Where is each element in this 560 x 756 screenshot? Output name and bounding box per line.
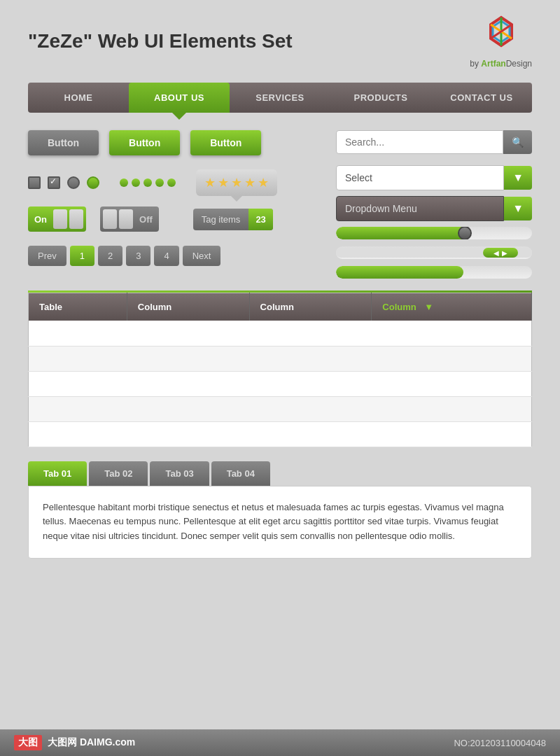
table-header-row: Table Column Column Column ▼	[29, 293, 532, 321]
tag-label: Tag items	[193, 209, 249, 230]
left-controls: Button Button Button	[28, 130, 322, 280]
controls-area: Button Button Button	[28, 130, 532, 280]
nav-item-about[interactable]: ABOUT US	[129, 83, 230, 113]
radio-checked[interactable]	[87, 176, 99, 189]
data-table: Table Column Column Column ▼	[28, 293, 532, 447]
star-4: ★	[244, 175, 255, 190]
col-3-label: Column	[382, 302, 416, 312]
nav-item-products[interactable]: PRODUCTS	[330, 83, 431, 113]
dot-5	[167, 178, 176, 187]
table-row	[29, 321, 532, 346]
sliders-column: ◀ ▶	[336, 227, 532, 280]
toggle-on-switch	[53, 209, 83, 229]
footer-bar: 大图 大图网 DAIMG.com NO:201203110004048	[0, 729, 560, 756]
select-dropdown-btn[interactable]: ▼	[504, 166, 532, 190]
buttons-row: Button Button Button	[28, 130, 322, 155]
logo-icon	[480, 14, 522, 56]
tab-04[interactable]: Tab 04	[211, 461, 270, 486]
page-1-button[interactable]: 1	[70, 246, 94, 266]
dot-4	[155, 178, 164, 187]
dropdown-display: Dropdown Menu	[336, 196, 504, 221]
button-2[interactable]: Button	[109, 130, 180, 155]
toggle-off[interactable]: Off	[100, 206, 159, 232]
progress-fill	[336, 266, 463, 279]
scrollbar[interactable]: ◀ ▶	[336, 246, 532, 259]
progress-bar	[336, 266, 532, 279]
middle-row: On Off Tag items 23	[28, 206, 322, 232]
toggle-off-switch	[103, 209, 133, 229]
pagination: Prev 1 2 3 4 Next	[28, 246, 322, 266]
tab-content-text: Pellentesque habitant morbi tristique se…	[43, 500, 517, 544]
star-rating[interactable]: ★ ★ ★ ★ ★	[196, 169, 277, 196]
toggle-pill-3	[103, 209, 117, 229]
star-3: ★	[231, 175, 242, 190]
tag-count: 23	[248, 209, 272, 230]
search-input[interactable]	[336, 130, 503, 154]
slider-1-thumb[interactable]	[458, 227, 472, 239]
col-table: Table	[29, 293, 127, 321]
star-1: ★	[204, 175, 216, 190]
footer-left: 大图 大图网 DAIMG.com	[14, 735, 135, 750]
right-column: 🔍 Select ▼ Dropdown Menu ▼	[336, 130, 532, 280]
toggle-pill-2	[69, 209, 83, 229]
footer-code: NO:201203110004048	[454, 738, 546, 748]
page-3-button[interactable]: 3	[126, 246, 150, 266]
select-row: Select ▼	[336, 165, 532, 190]
table-row	[29, 371, 532, 396]
slider-1[interactable]	[336, 227, 532, 239]
search-button[interactable]: 🔍	[503, 130, 532, 154]
dot-3	[144, 178, 152, 187]
button-1[interactable]: Button	[28, 130, 99, 155]
tab-02[interactable]: Tab 02	[89, 461, 148, 486]
footer-site: 大图网 DAIMG.com	[48, 736, 135, 749]
toggle-pill-4	[119, 209, 133, 229]
tab-03[interactable]: Tab 03	[150, 461, 209, 486]
tabs-header: Tab 01 Tab 02 Tab 03 Tab 04	[28, 461, 532, 486]
dot-1	[120, 178, 128, 187]
tabs-section: Tab 01 Tab 02 Tab 03 Tab 04 Pellentesque…	[28, 461, 532, 559]
brand-text: by ArtfanDesign	[470, 59, 532, 69]
nav-item-services[interactable]: SERVICES	[230, 83, 330, 113]
search-row: 🔍	[336, 130, 532, 154]
page-4-button[interactable]: 4	[154, 246, 178, 266]
dropdown-row: Dropdown Menu ▼	[336, 196, 532, 221]
col-sort-icon: ▼	[424, 302, 433, 312]
table-row	[29, 421, 532, 447]
star-2: ★	[218, 175, 229, 190]
table-row	[29, 346, 532, 371]
checkbox-unchecked-1[interactable]	[28, 176, 41, 189]
col-1: Column	[127, 293, 249, 321]
table-row	[29, 396, 532, 421]
scroll-right-arrow: ▶	[502, 249, 507, 257]
page-title: "ZeZe" Web UI Elements Set	[28, 30, 293, 52]
scroll-left-arrow: ◀	[493, 249, 499, 257]
toggle-pill-1	[53, 209, 67, 229]
toggle-on[interactable]: On	[28, 206, 86, 232]
col-3[interactable]: Column ▼	[372, 293, 532, 321]
form-controls-row: ★ ★ ★ ★ ★	[28, 169, 322, 196]
toggle-on-label: On	[31, 214, 50, 225]
radio-unchecked[interactable]	[67, 176, 80, 189]
nav-item-home[interactable]: HOME	[28, 83, 129, 113]
button-3[interactable]: Button	[190, 130, 261, 155]
page-header: "ZeZe" Web UI Elements Set by ArtfanDesi…	[28, 14, 532, 69]
dot-2	[132, 178, 140, 187]
toggle-off-label: Off	[136, 214, 156, 225]
col-2: Column	[249, 293, 372, 321]
page-2-button[interactable]: 2	[98, 246, 122, 266]
tag-button[interactable]: Tag items 23	[193, 209, 273, 230]
footer-logo-box: 大图	[14, 735, 42, 750]
dots-group	[120, 178, 176, 187]
scrollbar-handle[interactable]: ◀ ▶	[483, 248, 518, 258]
prev-button[interactable]: Prev	[28, 246, 66, 266]
navigation: HOME ABOUT US SERVICES PRODUCTS CONTACT …	[28, 83, 532, 113]
next-button[interactable]: Next	[183, 246, 221, 266]
dropdown-btn[interactable]: ▼	[504, 197, 532, 220]
nav-item-contact[interactable]: CONTACT US	[431, 83, 532, 113]
tabs-content: Pellentesque habitant morbi tristique se…	[28, 486, 532, 559]
logo-area: by ArtfanDesign	[470, 14, 532, 69]
star-5: ★	[258, 175, 269, 190]
slider-1-fill	[336, 227, 463, 239]
checkbox-checked-1[interactable]	[48, 176, 60, 189]
tab-01[interactable]: Tab 01	[28, 461, 87, 486]
